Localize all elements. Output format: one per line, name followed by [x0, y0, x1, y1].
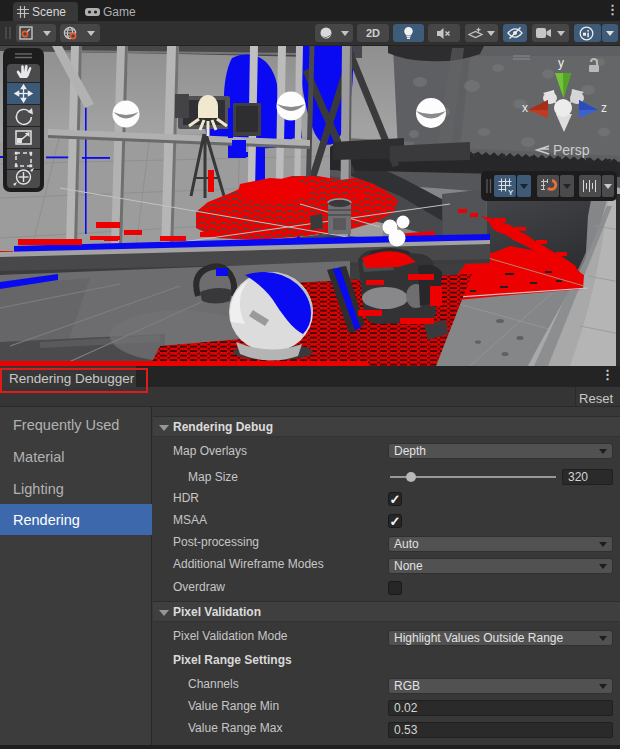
svg-text:Persp: Persp: [553, 142, 590, 158]
svg-text:y: y: [558, 56, 564, 70]
svg-text:Y: Y: [508, 188, 514, 197]
svg-text:z: z: [601, 101, 607, 115]
svg-text:x: x: [522, 101, 528, 115]
